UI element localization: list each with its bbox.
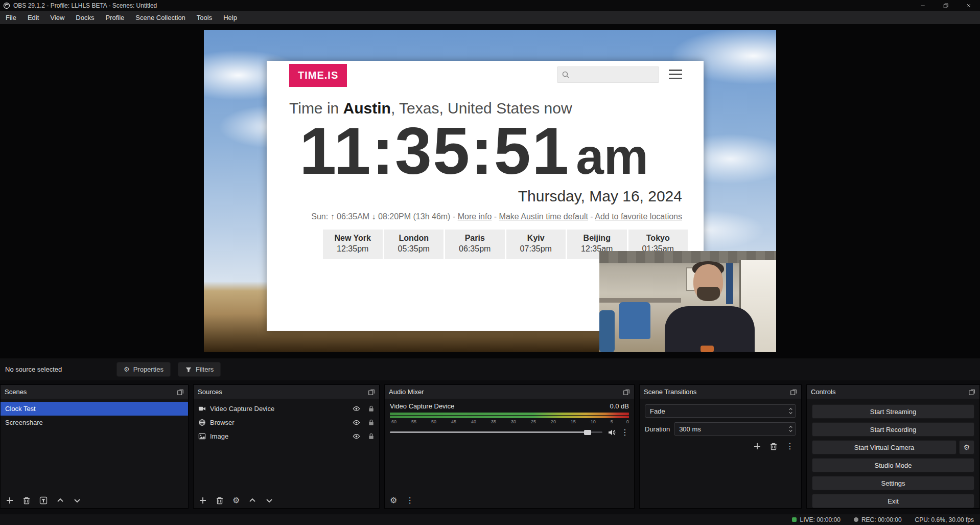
move-source-up-icon[interactable] <box>248 496 256 505</box>
transitions-title: Scene Transitions <box>644 388 696 396</box>
gear-icon: ⚙ <box>964 443 970 451</box>
tick-label: -45 <box>450 419 456 424</box>
scene-item-clock-test[interactable]: Clock Test <box>1 402 188 416</box>
sources-toolbar: ⚙ <box>194 494 379 508</box>
scene-filters-icon[interactable] <box>39 496 48 505</box>
add-favorite-link: Add to favorite locations <box>595 212 682 221</box>
duration-spinner[interactable]: 300 ms <box>674 422 796 436</box>
source-toolbar: No source selected ⚙ Properties Filters <box>0 358 980 380</box>
lock-icon[interactable] <box>367 419 375 426</box>
scenes-toolbar <box>1 494 188 508</box>
source-status-text: No source selected <box>5 366 116 373</box>
add-transition-icon[interactable] <box>753 442 761 450</box>
menu-bar: File Edit View Docks Profile Scene Colle… <box>0 11 980 25</box>
mixer-channel-level: 0.0 dB <box>610 402 629 410</box>
properties-button[interactable]: ⚙ Properties <box>116 362 171 377</box>
mixer-menu-icon[interactable]: ⋮ <box>406 496 414 505</box>
transition-properties-menu-icon[interactable]: ⋮ <box>786 442 794 450</box>
panel-float-icon[interactable] <box>968 389 975 396</box>
menu-scene-collection[interactable]: Scene Collection <box>130 11 191 24</box>
move-source-down-icon[interactable] <box>265 496 273 505</box>
stream-health-icon <box>792 517 797 522</box>
duration-value: 300 ms <box>679 425 701 433</box>
scene-item-screenshare[interactable]: Screenshare <box>1 416 188 429</box>
speaker-icon[interactable] <box>608 428 616 437</box>
virtual-camera-config-button[interactable]: ⚙ <box>959 440 974 454</box>
transitions-toolbar: ⋮ <box>645 442 796 450</box>
menu-tools[interactable]: Tools <box>191 11 218 24</box>
source-name: Video Capture Device <box>210 405 274 413</box>
minimize-button[interactable] <box>911 0 934 11</box>
menu-view[interactable]: View <box>44 11 70 24</box>
camera-icon <box>198 405 206 413</box>
volume-slider[interactable] <box>390 430 602 435</box>
panel-float-icon[interactable] <box>790 389 797 396</box>
panel-float-icon[interactable] <box>177 389 184 396</box>
advanced-audio-gear-icon[interactable]: ⚙ <box>390 496 397 505</box>
source-properties-gear-icon[interactable]: ⚙ <box>232 496 240 505</box>
source-item-video-capture[interactable]: Video Capture Device <box>194 402 379 416</box>
combo-arrows-icon <box>788 407 793 415</box>
world-clock-time: 07:35pm <box>506 244 566 255</box>
exit-button[interactable]: Exit <box>812 494 974 508</box>
tick-label: -35 <box>489 419 496 424</box>
remove-scene-icon[interactable] <box>22 496 31 505</box>
system-stats: CPU: 0.6%, 30.00 fps <box>915 516 974 523</box>
menu-profile[interactable]: Profile <box>100 11 130 24</box>
panel-float-icon[interactable] <box>368 389 375 396</box>
date-display: Thursday, May 16, 2024 <box>518 188 682 205</box>
world-clock-city: London <box>384 233 444 244</box>
studio-mode-button[interactable]: Studio Mode <box>812 458 974 472</box>
menu-edit[interactable]: Edit <box>22 11 44 24</box>
panel-float-icon[interactable] <box>623 389 630 396</box>
status-bar: LIVE: 00:00:00 REC: 00:00:00 CPU: 0.6%, … <box>0 514 980 525</box>
start-virtual-camera-button[interactable]: Start Virtual Camera <box>812 440 956 454</box>
filters-button[interactable]: Filters <box>178 362 221 377</box>
preview-canvas[interactable]: TIME.IS Time in Austin, Texas, United St… <box>204 30 776 352</box>
source-item-image[interactable]: Image <box>194 429 379 443</box>
visibility-icon[interactable] <box>353 405 360 413</box>
menu-docks[interactable]: Docks <box>70 11 100 24</box>
title-bar: OBS 29.1.2 - Profile: LLHLS BETA - Scene… <box>0 0 980 11</box>
world-clock-city: New York <box>323 233 383 244</box>
mixer-toolbar: ⚙ ⋮ <box>385 494 634 508</box>
webcam-chair <box>619 302 650 339</box>
start-streaming-button[interactable]: Start Streaming <box>812 404 974 419</box>
audio-mixer-title: Audio Mixer <box>389 388 424 396</box>
transitions-header: Scene Transitions <box>640 385 801 399</box>
move-scene-down-icon[interactable] <box>73 496 81 505</box>
visibility-icon[interactable] <box>353 419 360 426</box>
remove-transition-icon[interactable] <box>769 442 778 450</box>
tick-label: 0 <box>626 419 629 424</box>
tick-label: -60 <box>390 419 396 424</box>
search-icon <box>562 71 570 79</box>
start-recording-button[interactable]: Start Recording <box>812 422 974 437</box>
controls-panel: Controls Start Streaming Start Recording… <box>806 384 980 509</box>
filters-label: Filters <box>196 366 214 373</box>
settings-button[interactable]: Settings <box>812 476 974 490</box>
volume-slider-handle[interactable] <box>584 430 591 435</box>
add-source-icon[interactable] <box>199 496 207 505</box>
spinner-arrows-icon[interactable] <box>788 425 793 432</box>
sources-panel-title: Sources <box>198 388 222 396</box>
sun-info-line: Sun: ↑ 06:35AM ↓ 08:20PM (13h 46m) - Mor… <box>311 212 682 221</box>
scenes-panel-title: Scenes <box>5 388 27 396</box>
world-clock-time: 12:35pm <box>323 244 383 255</box>
move-scene-up-icon[interactable] <box>56 496 64 505</box>
obs-window: OBS 29.1.2 - Profile: LLHLS BETA - Scene… <box>0 0 980 525</box>
restore-button[interactable] <box>934 0 957 11</box>
mixer-channel-menu-icon[interactable]: ⋮ <box>621 428 629 437</box>
globe-icon <box>198 419 206 426</box>
add-scene-icon[interactable] <box>6 496 14 505</box>
visibility-icon[interactable] <box>353 432 360 440</box>
menu-file[interactable]: File <box>0 11 22 24</box>
transition-select[interactable]: Fade <box>645 404 796 418</box>
source-item-browser[interactable]: Browser <box>194 416 379 429</box>
menu-help[interactable]: Help <box>218 11 243 24</box>
close-button[interactable] <box>957 0 980 11</box>
source-name: Browser <box>210 419 235 426</box>
lock-icon[interactable] <box>367 405 375 413</box>
lock-icon[interactable] <box>367 432 375 440</box>
window-title: OBS 29.1.2 - Profile: LLHLS BETA - Scene… <box>13 2 157 9</box>
remove-source-icon[interactable] <box>216 496 224 505</box>
